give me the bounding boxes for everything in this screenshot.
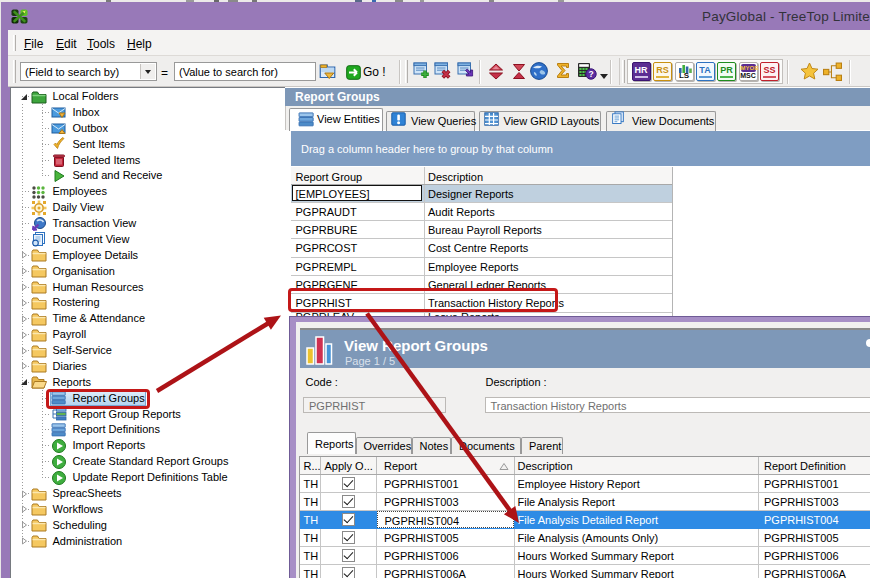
svg-text:?: ? [588, 69, 593, 79]
